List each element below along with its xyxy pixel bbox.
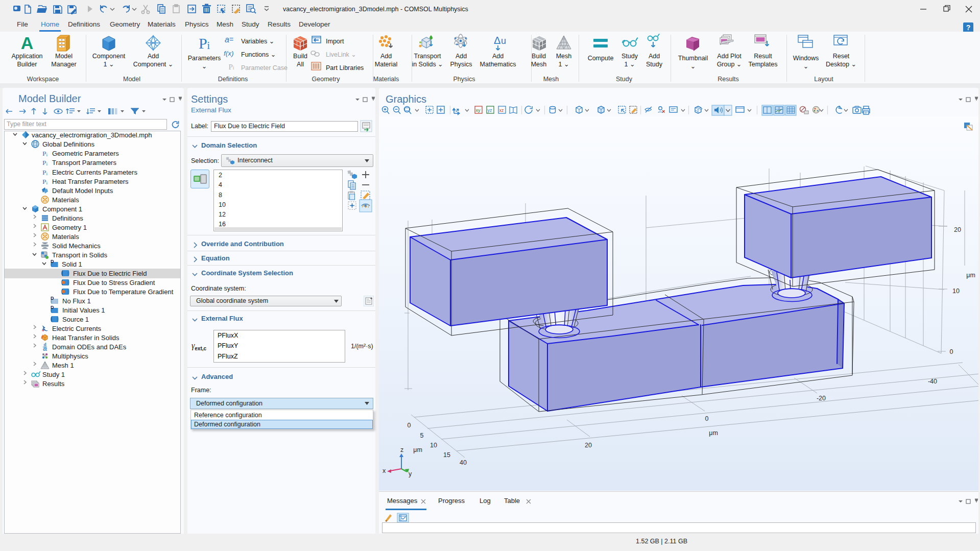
- svg-text:Geometric Parameters: Geometric Parameters: [52, 150, 119, 157]
- svg-text:Flux Due to Electric Field: Flux Due to Electric Field: [73, 270, 147, 277]
- svg-text:D: D: [51, 296, 54, 301]
- svg-text:Component 1: Component 1: [42, 205, 82, 213]
- svg-text:Mesh: Mesh: [531, 61, 547, 68]
- svg-text:Material: Material: [375, 61, 397, 68]
- svg-text:Materials: Materials: [373, 76, 399, 83]
- svg-text:μm: μm: [413, 446, 422, 453]
- svg-text:Flux Due to Temperature Gradie: Flux Due to Temperature Gradient: [73, 288, 174, 296]
- svg-text:-20: -20: [817, 395, 826, 402]
- svg-text:dt: dt: [43, 347, 47, 352]
- svg-text:Multiphysics: Multiphysics: [52, 352, 88, 360]
- svg-text:-40: -40: [928, 378, 937, 385]
- svg-text:μm: μm: [966, 272, 975, 279]
- svg-text:Initial Values 1: Initial Values 1: [62, 306, 105, 314]
- svg-text:u: u: [501, 36, 506, 46]
- svg-text:vacancy_electromigration_3Dmod: vacancy_electromigration_3Dmodel.mph: [32, 131, 152, 139]
- svg-text:Functions ⌄: Functions ⌄: [241, 51, 276, 58]
- svg-text:+: +: [42, 328, 44, 333]
- svg-text:0: 0: [705, 415, 709, 422]
- svg-text:Windows: Windows: [793, 55, 819, 62]
- svg-text:D: D: [51, 305, 54, 310]
- svg-text:Group ⌄: Group ⌄: [717, 61, 742, 68]
- svg-text:Pi: Pi: [42, 150, 48, 157]
- svg-text:Workspace: Workspace: [27, 76, 59, 83]
- svg-text:Electric Currents: Electric Currents: [52, 325, 102, 332]
- svg-text:Materials: Materials: [52, 233, 79, 241]
- svg-text:Pi: Pi: [42, 169, 48, 176]
- svg-text:15: 15: [443, 451, 450, 459]
- svg-text:vacancy_electromigration_3Dmod: vacancy_electromigration_3Dmodel.mph - C…: [283, 6, 468, 13]
- svg-text:No Flux 1: No Flux 1: [62, 297, 91, 305]
- svg-text:⌄: ⌄: [202, 63, 207, 70]
- svg-text:⌄: ⌄: [690, 63, 696, 70]
- svg-text:y: y: [409, 470, 412, 477]
- svg-text:xy: xy: [476, 108, 481, 113]
- svg-text:Model: Model: [123, 76, 140, 83]
- svg-text:Definitions: Definitions: [52, 214, 83, 222]
- svg-text:Results: Results: [718, 76, 739, 83]
- svg-text:Solid 1: Solid 1: [62, 260, 82, 268]
- svg-text:Study 1: Study 1: [42, 371, 65, 378]
- svg-text:Transport: Transport: [414, 53, 441, 60]
- svg-text:Global Definitions: Global Definitions: [42, 140, 94, 148]
- svg-text:10: 10: [952, 288, 960, 295]
- svg-text:Physics: Physics: [450, 61, 472, 68]
- svg-text:Source 1: Source 1: [62, 316, 89, 323]
- svg-text:Build: Build: [532, 53, 546, 60]
- svg-text:5: 5: [420, 432, 424, 439]
- svg-text:Transport Parameters: Transport Parameters: [52, 159, 116, 166]
- svg-text:20: 20: [585, 442, 592, 449]
- svg-text:Heat Transfer Parameters: Heat Transfer Parameters: [52, 178, 129, 185]
- svg-text:D: D: [51, 259, 54, 264]
- svg-text:Solid Mechanics: Solid Mechanics: [52, 242, 101, 250]
- svg-text:LiveLink ⌄: LiveLink ⌄: [326, 51, 356, 58]
- svg-text:Flux Due to Stress Gradient: Flux Due to Stress Gradient: [73, 279, 155, 286]
- svg-text:Δ: Δ: [494, 35, 500, 46]
- svg-text:Templates: Templates: [749, 61, 778, 68]
- svg-text:Import: Import: [326, 38, 344, 45]
- svg-text:xz: xz: [499, 108, 505, 113]
- svg-text:Builder: Builder: [17, 61, 37, 68]
- svg-text:Manager: Manager: [51, 61, 76, 68]
- svg-text:f(x): f(x): [224, 50, 234, 57]
- svg-text:Add Plot: Add Plot: [717, 53, 742, 60]
- svg-text:Model: Model: [55, 53, 73, 60]
- svg-text:Component ⌄: Component ⌄: [133, 61, 174, 68]
- svg-text:Mesh 1: Mesh 1: [52, 362, 74, 369]
- svg-text:Add: Add: [148, 53, 159, 60]
- svg-text:Layout: Layout: [814, 76, 833, 83]
- svg-text:μm: μm: [709, 429, 718, 437]
- svg-text:Transport in Solids: Transport in Solids: [52, 251, 107, 259]
- svg-text:Mesh: Mesh: [543, 76, 559, 83]
- svg-text:Result: Result: [754, 53, 772, 60]
- svg-text:Reset: Reset: [833, 53, 850, 60]
- svg-text:Heat Transfer in Solids: Heat Transfer in Solids: [52, 334, 119, 342]
- svg-text:Geometry: Geometry: [312, 76, 341, 83]
- svg-text:Geometry 1: Geometry 1: [52, 224, 87, 231]
- svg-text:0: 0: [950, 348, 953, 355]
- svg-text:Variables ⌄: Variables ⌄: [241, 38, 274, 45]
- svg-text:Study: Study: [622, 53, 638, 60]
- svg-text:0: 0: [408, 422, 411, 429]
- svg-text:Mesh: Mesh: [556, 53, 572, 60]
- svg-text:−: −: [45, 328, 48, 333]
- svg-text:Parameter Case: Parameter Case: [241, 64, 288, 71]
- svg-text:Pi: Pi: [42, 178, 48, 185]
- svg-text:1 ⌄: 1 ⌄: [625, 61, 635, 68]
- svg-text:Component: Component: [92, 53, 126, 60]
- svg-text:z: z: [400, 446, 403, 453]
- svg-text:Study: Study: [616, 76, 633, 83]
- svg-text:Definitions: Definitions: [218, 76, 248, 83]
- svg-text:=: =: [229, 35, 233, 43]
- svg-text:Pi: Pi: [228, 63, 234, 71]
- svg-text:Parameters: Parameters: [188, 55, 221, 62]
- svg-text:All: All: [297, 61, 304, 68]
- svg-text:Materials: Materials: [52, 196, 79, 204]
- svg-text:Mathematics: Mathematics: [480, 61, 516, 68]
- svg-text:40: 40: [460, 459, 467, 466]
- svg-text:Desktop ⌄: Desktop ⌄: [826, 61, 856, 68]
- svg-text:Results: Results: [42, 380, 65, 388]
- svg-text:Default Model Inputs: Default Model Inputs: [52, 187, 113, 195]
- svg-text:x: x: [383, 467, 386, 474]
- svg-text:A: A: [21, 33, 34, 53]
